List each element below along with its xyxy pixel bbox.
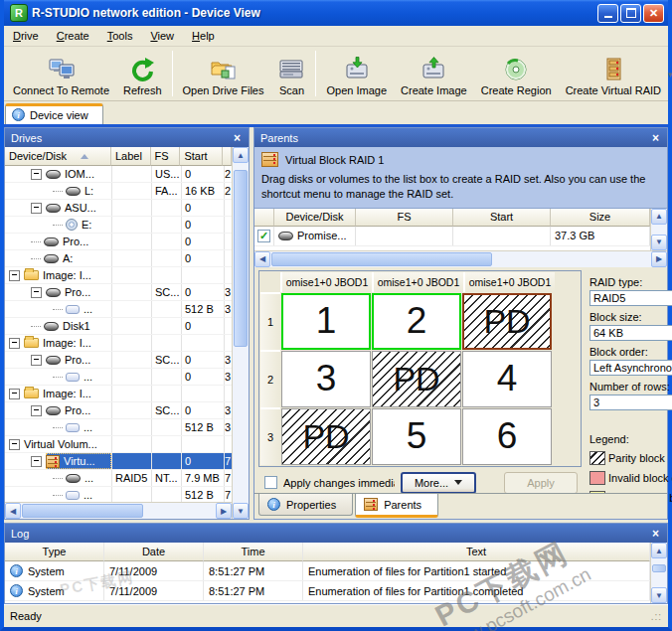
menu-drive[interactable]: Drive [4,28,48,44]
tree-row[interactable]: E: 0 [5,217,232,234]
log-row[interactable]: iSystem 7/11/2009 8:51:27 PM Enumeration… [5,581,650,601]
column-header-partial[interactable] [223,147,232,166]
tree-row[interactable]: ... 03 [5,369,232,386]
tree-row[interactable]: ... 512 B3 [5,419,232,436]
scroll-left-icon[interactable]: ◀ [5,503,21,519]
tree-row[interactable]: ... 512 B7 [5,487,232,502]
column-header-start[interactable]: Start [180,147,223,166]
scan-button[interactable]: Scan [270,47,312,100]
tree-row[interactable]: L: FA...16 KB2 [5,183,232,200]
tree-row[interactable]: Pro... SC...03 [5,352,232,369]
column-header-type[interactable]: Type [5,543,104,561]
tab-properties[interactable]: i Properties [258,494,353,516]
scroll-up-icon[interactable]: ▲ [233,147,249,163]
block-order-select[interactable]: Left Asynchronous [589,360,672,376]
log-row[interactable]: iSystem 7/11/2009 8:51:27 PM Enumeration… [5,561,650,581]
scroll-right-icon[interactable]: ▶ [216,503,232,519]
scrollbar-thumb[interactable] [271,252,492,266]
drives-close-icon[interactable]: × [232,132,243,144]
create-region-button[interactable]: Create Region [474,47,559,100]
block-size-select[interactable]: 64 KB [589,325,672,341]
raid-block-cell[interactable]: 1 [281,293,371,350]
tab-parents[interactable]: Parents [355,494,438,518]
collapse-icon[interactable] [31,355,42,366]
scroll-right-icon[interactable]: ▶ [651,251,667,267]
log-vertical-scrollbar[interactable]: ▲ ▼ [650,543,667,603]
scroll-down-icon[interactable]: ▼ [651,587,667,603]
connect-to-remote-button[interactable]: Connect To Remote [6,47,116,100]
raid-block-cell[interactable]: 6 [462,408,552,465]
raid-block-cell[interactable]: 3 [281,351,371,407]
close-button[interactable]: ✕ [643,4,664,23]
parents-horizontal-scrollbar[interactable]: ◀ ▶ [254,250,667,267]
parents-vertical-scrollbar[interactable]: ▲ ▼ [650,209,667,250]
open-drive-files-button[interactable]: Open Drive Files [176,47,271,100]
collapse-icon[interactable] [31,169,42,180]
tree-row[interactable]: IOM... US...02 [5,166,232,183]
menu-create[interactable]: Create [48,28,98,44]
tree-row[interactable]: Pro... SC...03 [5,284,232,301]
apply-immediately-checkbox[interactable]: ✓ [264,476,277,489]
column-header-label[interactable]: Label [111,147,151,166]
collapse-icon[interactable] [31,405,42,416]
tree-row[interactable]: Image: I... [5,335,232,352]
collapse-icon[interactable] [31,456,42,467]
raid-block-cell[interactable]: 4 [462,351,552,407]
tree-row[interactable]: ... RAID5NT...7.9 MB7 [5,470,232,487]
tree-row[interactable]: Virtual Volum... [5,436,232,453]
tree-row[interactable]: Pro... SC...03 [5,402,232,419]
column-header-size[interactable]: Size [551,209,650,227]
refresh-button[interactable]: Refresh [116,47,169,100]
tab-device-view[interactable]: i Device view [5,103,103,124]
menu-view[interactable]: View [141,28,183,44]
raid-parity-cell[interactable]: PD [372,351,461,407]
minimize-button[interactable] [597,4,618,23]
collapse-icon[interactable] [9,439,20,450]
scroll-up-icon[interactable]: ▲ [651,543,667,558]
scroll-up-icon[interactable]: ▲ [651,209,667,225]
tree-row[interactable]: ASU... 0 [5,200,232,217]
checked-checkbox[interactable]: ✓ [257,230,270,242]
drives-vertical-scrollbar[interactable]: ▲ ▼ [232,147,249,519]
create-virtual-raid-button[interactable]: Create Virtual RAID [559,47,668,100]
tree-row-selected[interactable]: Virtu... 07 [5,453,232,470]
scroll-down-icon[interactable]: ▼ [651,235,667,250]
column-header-text[interactable]: Text [303,543,650,561]
more-button[interactable]: More... [401,472,476,494]
tree-row[interactable]: Disk1 0 [5,318,232,335]
maximize-button[interactable] [620,4,641,23]
menu-tools[interactable]: Tools [98,28,142,44]
open-image-button[interactable]: Open Image [319,47,394,100]
scrollbar-thumb[interactable] [652,564,666,573]
raid-parity-cell[interactable]: PD [462,293,552,350]
column-header-start[interactable]: Start [453,209,551,227]
column-header-time[interactable]: Time [204,543,303,561]
column-header-device-disk[interactable]: Device/Disk [5,147,111,166]
scrollbar-thumb[interactable] [234,170,248,347]
raid-block-cell[interactable]: 5 [372,408,461,465]
tree-row[interactable]: Image: I... [5,267,232,284]
log-close-icon[interactable]: × [650,528,661,540]
scrollbar-thumb[interactable] [22,504,143,518]
scroll-left-icon[interactable]: ◀ [254,251,270,267]
collapse-icon[interactable] [31,203,42,214]
drives-horizontal-scrollbar[interactable]: ◀ ▶ [5,502,232,519]
column-header-fs[interactable]: FS [356,209,453,227]
tree-row[interactable]: Image: I... [5,386,232,402]
raid-parity-cell[interactable]: PD [281,408,371,465]
collapse-icon[interactable] [31,287,42,298]
collapse-icon[interactable] [9,389,20,399]
column-header-date[interactable]: Date [104,543,204,561]
scroll-down-icon[interactable]: ▼ [233,503,249,519]
number-of-rows-stepper[interactable]: 3 ▲▼ [589,394,672,410]
column-header-device-disk[interactable]: Device/Disk [274,209,356,227]
create-image-button[interactable]: Create Image [394,47,474,100]
tree-row[interactable]: ... 512 B3 [5,301,232,318]
raid-block-cell[interactable]: 2 [372,293,461,350]
menu-help[interactable]: Help [183,28,224,44]
parents-table-row[interactable]: ✓ Promise... 37.3 GB [254,227,650,246]
raid-type-select[interactable]: RAID5 [589,290,672,306]
parents-close-icon[interactable]: × [650,132,661,144]
tree-row[interactable]: Pro... 0 [5,234,232,250]
collapse-icon[interactable] [9,338,20,349]
